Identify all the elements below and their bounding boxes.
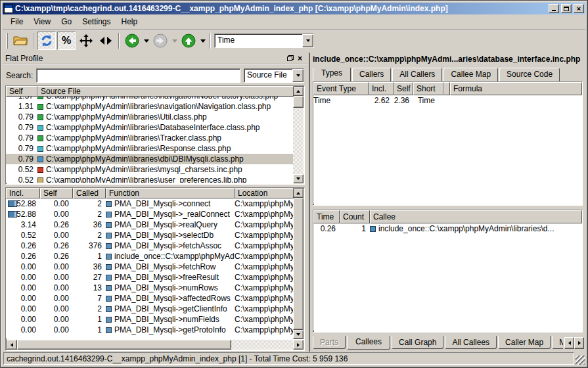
column-header-function-function[interactable]: Function — [106, 188, 235, 198]
table-row[interactable]: 0.000.001PMA_DBI_Mysqli->getProtoInfoC:\… — [6, 325, 294, 335]
close-icon: × — [577, 5, 581, 12]
tab-all-callees[interactable]: All Callees — [445, 336, 497, 349]
column-header-function-incl[interactable]: Incl. — [6, 188, 40, 198]
toolbar-handle[interactable] — [6, 33, 8, 49]
table-row[interactable]: 0.79C:\xampp\phpMyAdmin\libraries\Respon… — [6, 143, 294, 154]
column-header-function-location[interactable]: Location — [235, 188, 294, 198]
function-table-vscrollbar[interactable] — [293, 189, 304, 339]
maximize-button[interactable] — [561, 4, 572, 13]
tab-callers[interactable]: Callers — [352, 68, 391, 81]
back-dropdown[interactable] — [143, 32, 150, 50]
column-header-callees-time[interactable]: Time — [313, 210, 340, 223]
search-input[interactable] — [36, 68, 240, 83]
scroll-up-button[interactable] — [293, 87, 304, 96]
forward-button[interactable] — [151, 32, 170, 50]
table-row[interactable]: 0.000.007PMA_DBI_Mysqli->affectedRowsC:\… — [6, 293, 294, 304]
minimize-button[interactable] — [549, 4, 559, 13]
column-header-types-event-type[interactable]: Event Type — [313, 82, 369, 95]
reload-button[interactable] — [37, 32, 56, 50]
tabs-scroll-right-button[interactable] — [574, 337, 584, 349]
tab-callee-map[interactable]: Callee Map — [443, 68, 498, 81]
column-header-source-source-file[interactable]: Source File — [37, 86, 294, 97]
table-row[interactable]: 0.260.261include_once::C:\xampp\phpMyAd.… — [6, 251, 294, 262]
menu-help[interactable]: Help — [116, 15, 143, 28]
dock-title-bar[interactable]: Flat Profile × — [3, 53, 307, 64]
resize-grip-icon[interactable] — [576, 356, 585, 365]
table-row[interactable]: 1.31C:\xampp\phpMyAdmin\libraries\naviga… — [6, 101, 294, 112]
tab-types[interactable]: Types — [313, 68, 351, 81]
table-row[interactable]: 52.880.002PMA_DBI_Mysqli->_realConnectC:… — [6, 209, 294, 219]
column-header-types-formula[interactable]: Formula — [450, 82, 582, 95]
table-row[interactable]: 0.52C:\xampp\phpMyAdmin\libraries\mysql_… — [6, 164, 294, 175]
column-header-types-incl[interactable]: Incl. — [369, 82, 394, 95]
table-row[interactable]: 0.261include_once::C:\xampp\phpMyAdmin\l… — [313, 223, 582, 234]
menu-view[interactable]: View — [28, 15, 56, 28]
scroll-down-button[interactable] — [293, 330, 304, 339]
tab-machine[interactable]: Machine — [552, 336, 563, 349]
menu-go[interactable]: Go — [56, 15, 77, 28]
source-table-vscrollbar[interactable] — [293, 87, 304, 183]
dock-float-button[interactable] — [285, 54, 295, 62]
tab-callees[interactable]: Callees — [347, 336, 390, 350]
group-by-dropdown-button[interactable] — [292, 69, 304, 82]
column-header-types-self[interactable]: Self — [394, 82, 413, 95]
scroll-left-button[interactable] — [7, 340, 17, 350]
function-table-hscrollbar[interactable] — [7, 339, 304, 350]
app-icon[interactable] — [4, 5, 13, 13]
scroll-up-button[interactable] — [293, 189, 304, 198]
float-icon — [287, 55, 294, 61]
table-row[interactable]: 0.79C:\xampp\phpMyAdmin\libraries\Databa… — [6, 122, 294, 133]
cycle-detection-button[interactable] — [77, 32, 95, 50]
up-button[interactable] — [179, 32, 198, 50]
column-header-callees-callee[interactable]: Callee — [370, 210, 582, 223]
open-file-button[interactable] — [11, 32, 30, 50]
forward-dropdown[interactable] — [171, 32, 178, 50]
table-row[interactable]: 0.000.0013PMA_DBI_Mysqli->numRowsC:\xamp… — [6, 283, 294, 293]
table-row[interactable]: 1.57C:\xampp\phpMyAdmin\libraries\naviga… — [6, 97, 294, 101]
back-button[interactable] — [123, 32, 141, 50]
scroll-thumb[interactable] — [293, 198, 304, 330]
search-row: Search: Source File — [4, 67, 306, 84]
table-row[interactable]: 0.000.0036PMA_DBI_Mysqli->fetchRowC:\xam… — [6, 262, 294, 272]
table-row[interactable]: 0.79C:\xampp\phpMyAdmin\libraries\Tracke… — [6, 133, 294, 143]
close-button[interactable]: × — [574, 4, 584, 13]
table-row[interactable]: Time2.622.36 Time — [313, 95, 582, 106]
table-cell: 0.26 — [6, 241, 40, 251]
table-row[interactable]: 3.140.2636PMA_DBI_Mysqli->realQueryC:\xa… — [6, 219, 294, 230]
title-bar[interactable]: C:\xampp\tmp\cachegrind.out.1416463299-C… — [3, 3, 585, 14]
table-row[interactable]: 52.880.002PMA_DBI_Mysqli->connectC:\xamp… — [6, 198, 294, 209]
event-type-selector[interactable]: Time — [214, 34, 314, 48]
menu-file[interactable]: File — [5, 15, 28, 28]
table-row[interactable]: 0.79C:\xampp\phpMyAdmin\libraries\Util.c… — [6, 112, 294, 122]
table-row[interactable]: 0.520.002PMA_DBI_Mysqli->selectDbC:\xamp… — [6, 230, 294, 241]
event-type-dropdown-button[interactable] — [302, 34, 313, 47]
tab-all-callers[interactable]: All Callers — [392, 68, 442, 81]
tab-call-graph[interactable]: Call Graph — [392, 336, 443, 349]
column-header-function-self[interactable]: Self — [40, 188, 73, 198]
tab-source-code[interactable]: Source Code — [499, 68, 560, 81]
group-by-selector[interactable]: Source File — [244, 68, 304, 83]
table-row[interactable]: 0.000.001PMA_DBI_Mysqli->numFieldsC:\xam… — [6, 314, 294, 325]
scroll-right-button[interactable] — [293, 340, 304, 350]
dock-close-button[interactable]: × — [295, 54, 305, 62]
table-row[interactable]: 0.000.002PMA_DBI_Mysqli->getClientInfoC:… — [6, 304, 294, 314]
up-dropdown[interactable] — [199, 32, 206, 50]
tab-caller-map[interactable]: Caller Map — [498, 336, 551, 349]
table-row[interactable]: 0.260.26376PMA_DBI_Mysqli->fetchAssocC:\… — [6, 241, 294, 251]
column-header-callees-count[interactable]: Count — [340, 210, 370, 223]
scroll-down-button[interactable] — [293, 174, 304, 183]
shorten-templates-button[interactable] — [97, 32, 115, 50]
column-header-function-called[interactable]: Called — [73, 188, 106, 198]
column-header-types-short[interactable]: Short — [413, 82, 443, 95]
menu-settings[interactable]: Settings — [77, 15, 116, 28]
scroll-thumb[interactable] — [17, 340, 231, 350]
column-header-source-self[interactable]: Self — [6, 86, 37, 97]
table-row[interactable]: 0.79C:\xampp\phpMyAdmin\libraries\dbi\DB… — [6, 154, 294, 164]
scroll-thumb[interactable] — [293, 96, 304, 108]
tabs-scroll-left-button[interactable] — [564, 337, 574, 349]
column-header-types-spacer[interactable] — [443, 82, 450, 95]
relative-percent-button[interactable]: % — [57, 32, 76, 50]
table-row[interactable]: 0.52C:\xampp\phpMyAdmin\libraries\user_p… — [6, 175, 294, 183]
table-row[interactable]: 0.000.0027PMA_DBI_Mysqli->freeResultC:\x… — [6, 272, 294, 283]
dropdown-arrow-icon — [296, 74, 300, 77]
